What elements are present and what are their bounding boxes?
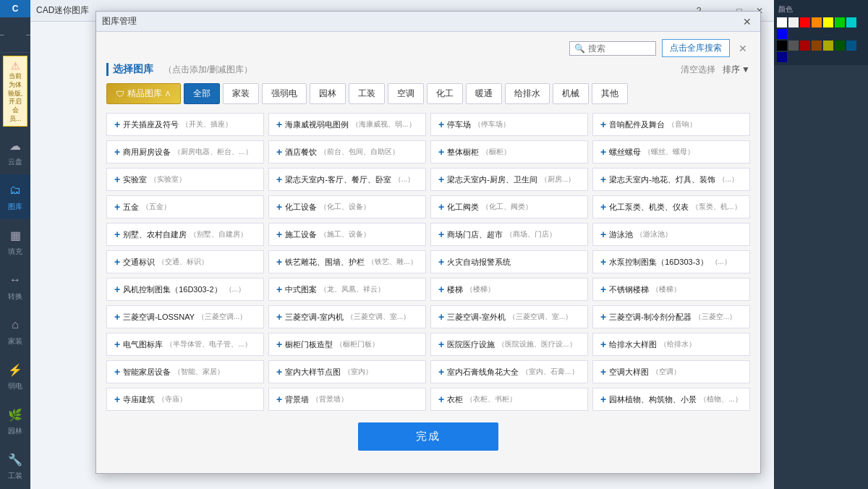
- sidebar-item-zhuanhuan[interactable]: ↔ 转换: [0, 264, 30, 309]
- library-item-39[interactable]: +空调大样图（空调）: [592, 360, 750, 383]
- color-brown[interactable]: [812, 41, 822, 51]
- plus-icon: +: [600, 339, 606, 350]
- tab-gongzhuang[interactable]: 工装: [349, 83, 385, 104]
- library-item-8[interactable]: +实验室（实验室）: [106, 168, 264, 191]
- search-input[interactable]: [588, 43, 646, 54]
- tab-all[interactable]: 全部: [184, 83, 220, 104]
- color-darkcyan[interactable]: [846, 41, 856, 51]
- tab-jixie[interactable]: 机械: [553, 83, 589, 104]
- library-item-27[interactable]: +不锈钢楼梯（楼梯）: [592, 278, 750, 301]
- search-input-wrap[interactable]: 🔍: [569, 41, 656, 56]
- color-darkblue[interactable]: [777, 52, 787, 62]
- tab-kongtiao[interactable]: 空调: [388, 83, 424, 104]
- library-item-7[interactable]: +螺丝螺母（螺丝、螺母）: [592, 140, 750, 163]
- library-item-42[interactable]: +衣柜（衣柜、书柜）: [430, 388, 588, 411]
- sidebar-item-gongzhuang[interactable]: 🔧 工装: [0, 443, 30, 488]
- dialog-close-button[interactable]: ✕: [740, 14, 754, 29]
- color-blue[interactable]: [777, 29, 787, 39]
- library-item-10[interactable]: +梁志天室内-厨房、卫生间（厨房...）: [430, 168, 588, 191]
- plus-icon: +: [276, 201, 282, 213]
- color-darkyellow[interactable]: [823, 41, 833, 51]
- tab-jiazhuang[interactable]: 家装: [223, 83, 259, 104]
- library-item-16[interactable]: +别墅、农村自建房（别墅、自建房）: [106, 223, 264, 246]
- library-item-15[interactable]: +化工泵类、机类、仪表（泵类、机...）: [592, 195, 750, 218]
- tab-geipaisui[interactable]: 给排水: [505, 83, 550, 104]
- color-black[interactable]: [777, 41, 787, 51]
- color-cyan[interactable]: [846, 17, 856, 27]
- plus-icon: +: [438, 174, 444, 185]
- plus-icon: +: [114, 174, 120, 185]
- library-item-25[interactable]: +中式图案（龙、凤凰、祥云）: [268, 278, 426, 301]
- library-item-14[interactable]: +化工阀类（化工、阀类）: [430, 195, 588, 218]
- color-darkred[interactable]: [800, 41, 810, 51]
- color-orange[interactable]: [812, 17, 822, 27]
- library-item-1[interactable]: +海康威视弱电图例（海康威视、弱...）: [268, 113, 426, 136]
- library-item-5[interactable]: +酒店餐饮（前台、包间、自助区）: [268, 140, 426, 163]
- library-item-38[interactable]: +室内石膏线角花大全（室内、石膏...）: [430, 360, 588, 383]
- tab-ruodiandian[interactable]: 强弱电: [262, 83, 307, 104]
- library-item-24[interactable]: +风机控制图集（16D303-2）（...）: [106, 278, 264, 301]
- library-item-28[interactable]: +三菱空调-LOSSNAY（三菱空调...）: [106, 305, 264, 328]
- library-item-32[interactable]: +电气图标库（半导体管、电子管、...）: [106, 333, 264, 356]
- tab-nuantong[interactable]: 暖通: [466, 83, 502, 104]
- library-item-11[interactable]: +梁志天室内-地花、灯具、装饰（...）: [592, 168, 750, 191]
- library-item-34[interactable]: +医院医疗设施（医院设施、医疗设...）: [430, 333, 588, 356]
- library-item-20[interactable]: +交通标识（交通、标识）: [106, 250, 264, 273]
- library-item-35[interactable]: +给排水大样图（给排水）: [592, 333, 750, 356]
- library-item-13[interactable]: +化工设备（化工、设备）: [268, 195, 426, 218]
- library-item-43[interactable]: +园林植物、构筑物、小景（植物、...）: [592, 388, 750, 411]
- sidebar-item-yunpan[interactable]: ☁ 云盘: [0, 129, 30, 174]
- library-item-26[interactable]: +楼梯（楼梯）: [430, 278, 588, 301]
- library-item-22[interactable]: +火灾自动报警系统: [430, 250, 588, 273]
- color-white[interactable]: [777, 17, 787, 27]
- clear-button[interactable]: 清空选择: [681, 64, 715, 76]
- library-item-19[interactable]: +游泳池（游泳池）: [592, 223, 750, 246]
- library-item-37[interactable]: +室内大样节点图（室内）: [268, 360, 426, 383]
- tab-huagong[interactable]: 化工: [427, 83, 463, 104]
- search-close-icon[interactable]: ✕: [736, 43, 750, 54]
- tab-qita[interactable]: 其他: [592, 83, 628, 104]
- library-item-6[interactable]: +整体橱柜（橱柜）: [430, 140, 588, 163]
- color-yellow[interactable]: [823, 17, 833, 27]
- library-item-29[interactable]: +三菱空调-室内机（三菱空调、室...）: [268, 305, 426, 328]
- tab-yuanlin[interactable]: 园林: [310, 83, 346, 104]
- home-icon: ⌂: [1, 313, 29, 336]
- plus-icon: +: [600, 284, 606, 295]
- color-darkgreen[interactable]: [835, 41, 845, 51]
- library-item-41[interactable]: +背景墙（背景墙）: [268, 388, 426, 411]
- library-item-0[interactable]: +开关插座及符号（开关、插座）: [106, 113, 264, 136]
- color-lightgray[interactable]: [788, 17, 799, 27]
- complete-button[interactable]: 完成: [358, 422, 498, 451]
- library-item-33[interactable]: +橱柜门板造型（橱柜门板）: [268, 333, 426, 356]
- tab-premium[interactable]: 🛡 精品图库 ∧: [106, 83, 181, 104]
- sort-button[interactable]: 排序 ▼: [723, 64, 750, 76]
- back-icon[interactable]: ←: [0, 23, 14, 46]
- sidebar-item-yuanlin[interactable]: 🌿 园林: [0, 399, 30, 443]
- library-item-21[interactable]: +铁艺雕花、围墙、护栏（铁艺、雕...）: [268, 250, 426, 273]
- lib-header-title: 选择图库: [106, 63, 153, 76]
- sidebar-item-tianchong[interactable]: ▦ 填充: [0, 219, 30, 264]
- library-item-17[interactable]: +施工设备（施工、设备）: [268, 223, 426, 246]
- color-darkgray[interactable]: [788, 41, 799, 51]
- color-green[interactable]: [835, 17, 845, 27]
- library-item-31[interactable]: +三菱空调-制冷剂分配器（三菱空...）: [592, 305, 750, 328]
- sidebar-item-ruodian[interactable]: ⚡ 弱电: [0, 354, 30, 399]
- color-row-2: [777, 41, 865, 62]
- library-item-18[interactable]: +商场门店、超市（商场、门店）: [430, 223, 588, 246]
- library-item-12[interactable]: +五金（五金）: [106, 195, 264, 218]
- library-item-30[interactable]: +三菱空调-室外机（三菱空调、室...）: [430, 305, 588, 328]
- search-icon: 🔍: [574, 43, 585, 54]
- sidebar-item-jiazhuang[interactable]: ⌂ 家装: [0, 309, 30, 354]
- library-item-3[interactable]: +音响配件及舞台（音响）: [592, 113, 750, 136]
- library-item-36[interactable]: +智能家居设备（智能、家居）: [106, 360, 264, 383]
- library-item-9[interactable]: +梁志天室内-客厅、餐厅、卧室（...）: [268, 168, 426, 191]
- dialog-overlay: 图库管理 ✕ 🔍 点击全库搜索 ✕ 选择图库: [30, 0, 774, 489]
- sidebar-item-tuku[interactable]: 🗂 图库: [0, 174, 30, 219]
- search-all-button[interactable]: 点击全库搜索: [662, 39, 730, 57]
- plus-icon: +: [276, 174, 282, 185]
- color-red[interactable]: [800, 17, 810, 27]
- library-item-4[interactable]: +商用厨房设备（厨房电器、柜台、...）: [106, 140, 264, 163]
- library-item-2[interactable]: +停车场（停车场）: [430, 113, 588, 136]
- library-item-23[interactable]: +水泵控制图集（16D303-3）（...）: [592, 250, 750, 273]
- library-item-40[interactable]: +寺庙建筑（寺庙）: [106, 388, 264, 411]
